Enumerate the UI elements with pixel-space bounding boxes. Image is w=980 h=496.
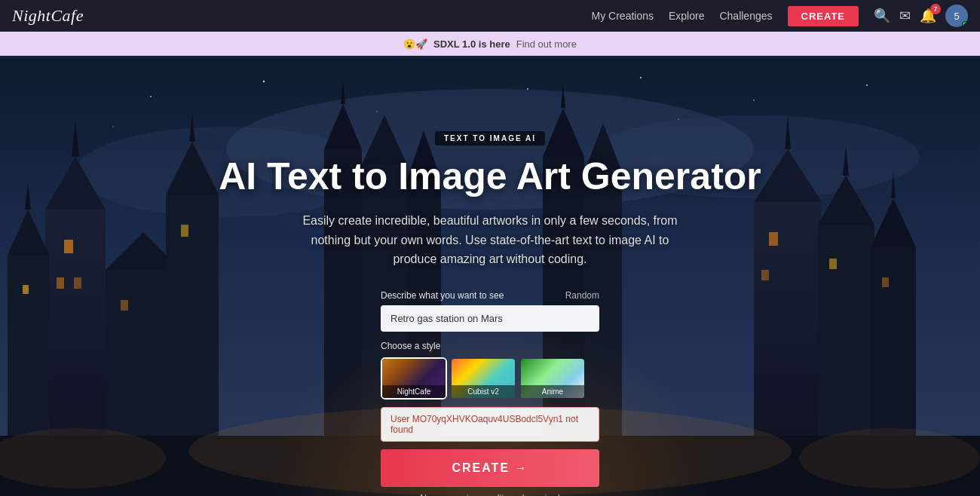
no-payment-text: No payment or credit card required <box>381 493 599 496</box>
style-nightcafe-label: NightCafe <box>382 385 446 398</box>
announcement-emoji: 😮🚀 <box>403 38 427 50</box>
notification-badge: 7 <box>930 4 941 14</box>
describe-label-row: Describe what you want to see Random <box>381 290 599 301</box>
style-anime[interactable]: Anime <box>519 357 586 400</box>
avatar[interactable]: 5 <box>945 5 968 27</box>
creation-form: Describe what you want to see Random Cho… <box>381 290 599 496</box>
nav-icons: 🔍 ✉ 🔔 7 5 <box>874 5 968 27</box>
nav-my-creations[interactable]: My Creations <box>592 10 654 22</box>
announcement-text: SDXL 1.0 is here <box>433 38 510 50</box>
nav-challenges[interactable]: Challenges <box>719 10 772 22</box>
logo[interactable]: NightCafe <box>12 6 84 26</box>
subtitle: Easily create incredible, beautiful artw… <box>294 211 686 269</box>
navbar-right: My Creations Explore Challenges CREATE 🔍… <box>592 5 968 27</box>
bell-icon[interactable]: 🔔 7 <box>920 8 936 24</box>
mail-icon[interactable]: ✉ <box>899 8 911 24</box>
announcement-banner: 😮🚀 SDXL 1.0 is here Find out more <box>0 32 980 56</box>
search-icon[interactable]: 🔍 <box>874 8 890 24</box>
prompt-input[interactable] <box>381 305 599 332</box>
style-cubist-label: Cubist v2 <box>452 385 515 398</box>
main-title: AI Text to Image Art Generator <box>219 156 761 197</box>
style-nightcafe[interactable]: NightCafe <box>381 357 447 400</box>
random-link[interactable]: Random <box>565 290 599 301</box>
error-message: User MO70yqXHVKOaquv4USBodcl5Vyn1 not fo… <box>381 407 599 442</box>
style-options: NightCafe Cubist v2 Anime <box>381 357 599 400</box>
describe-label: Describe what you want to see <box>381 290 504 301</box>
create-button[interactable]: CREATE → <box>381 449 599 487</box>
style-anime-label: Anime <box>521 385 584 398</box>
style-cubist[interactable]: Cubist v2 <box>450 357 516 400</box>
navbar: NightCafe My Creations Explore Challenge… <box>0 0 980 32</box>
avatar-count: 5 <box>954 11 959 22</box>
announcement-link[interactable]: Find out more <box>516 38 577 50</box>
tag-label: TEXT TO IMAGE AI <box>435 131 545 145</box>
nav-create-button[interactable]: CREATE <box>788 6 859 26</box>
style-label: Choose a style <box>381 341 599 351</box>
main-content: TEXT TO IMAGE AI AI Text to Image Art Ge… <box>0 56 980 496</box>
online-indicator <box>962 21 968 27</box>
nav-explore[interactable]: Explore <box>669 10 704 22</box>
